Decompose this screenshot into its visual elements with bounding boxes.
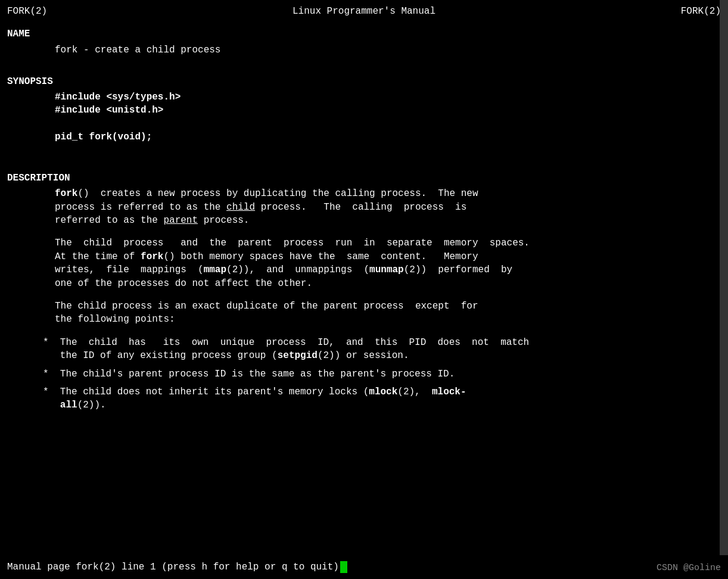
mmap-bold: mmap	[204, 264, 226, 275]
header-center: Linux Programmer's Manual	[293, 5, 435, 18]
setpgid-bold: setpgid	[278, 350, 318, 361]
mlock-bold: mlock	[369, 387, 397, 397]
child-underline: child	[226, 202, 255, 213]
synopsis-line-3	[55, 117, 721, 130]
description-label: DESCRIPTION	[7, 172, 721, 185]
parent-underline: parent	[163, 215, 198, 226]
header-right: FORK(2)	[681, 5, 721, 18]
status-text: Manual page fork(2) line 1 (press h for …	[7, 561, 339, 574]
main-content: FORK(2) Linux Programmer's Manual FORK(2…	[0, 0, 728, 555]
mlockall-bold: mlock- all	[43, 387, 466, 410]
name-label: NAME	[7, 27, 721, 41]
cursor	[340, 561, 347, 573]
munmap-bold: munmap	[369, 264, 404, 275]
scrollbar[interactable]	[720, 0, 728, 555]
synopsis-label: SYNOPSIS	[7, 75, 721, 88]
fork-bold-1: fork	[55, 188, 77, 199]
section-description: DESCRIPTION fork() creates a new process…	[7, 172, 721, 412]
synopsis-line-1: #include <sys/types.h>	[55, 91, 721, 104]
section-name: NAME fork - create a child process	[7, 27, 721, 57]
fork-bold-2: fork	[141, 251, 163, 262]
section-synopsis: SYNOPSIS #include <sys/types.h> #include…	[7, 75, 721, 144]
name-content: fork - create a child process	[7, 43, 721, 57]
bullet-3: * The child does not inherit its parent'…	[7, 385, 721, 412]
bullet-1: * The child has its own unique process I…	[7, 336, 721, 363]
bullet-2: * The child's parent process ID is the s…	[7, 368, 721, 381]
header: FORK(2) Linux Programmer's Manual FORK(2…	[7, 5, 721, 18]
status-bar: Manual page fork(2) line 1 (press h for …	[0, 555, 728, 579]
synopsis-content: #include <sys/types.h> #include <unistd.…	[7, 91, 721, 144]
description-p3: The child process is an exact duplicate …	[7, 300, 721, 326]
csdn-credit: CSDN @Goline	[657, 562, 721, 574]
synopsis-line-2: #include <unistd.h>	[55, 104, 721, 117]
description-p1: fork() creates a new process by duplicat…	[7, 187, 721, 227]
description-p2: The child process and the parent process…	[7, 236, 721, 290]
header-left: FORK(2)	[7, 5, 47, 18]
synopsis-line-4: pid_t fork(void);	[55, 130, 721, 144]
